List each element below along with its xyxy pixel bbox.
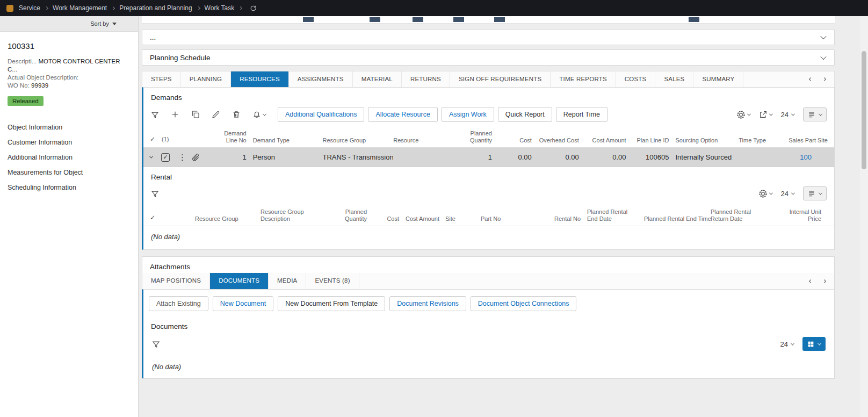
sidebar-item-measurements-for-object[interactable]: Measurements for Object (0, 165, 138, 180)
row-menu-kebab-icon[interactable]: ⋮ (178, 153, 183, 161)
allocate-resource-button[interactable]: Allocate Resource (368, 107, 437, 122)
vertical-scrollbar[interactable] (860, 16, 868, 417)
column-header-cost-amount[interactable]: Cost Amount (406, 215, 445, 222)
attach-existing-button[interactable]: Attach Existing (149, 296, 208, 311)
column-header-plan-line-id[interactable]: Plan Line ID (633, 137, 676, 144)
export-icon[interactable] (759, 110, 772, 119)
tab-sign-off-requirements[interactable]: SIGN OFF REQUIREMENTS (450, 71, 551, 87)
column-header-demand-line-no[interactable]: Demand Line No (220, 130, 253, 144)
tabs-scroll-right-icon[interactable] (822, 77, 826, 81)
tab-material[interactable]: MATERIAL (353, 71, 402, 87)
filter-icon[interactable] (152, 340, 160, 348)
planning-schedule-group-bar[interactable]: Planning Schedule (142, 49, 835, 66)
tab-planning[interactable]: PLANNING (181, 71, 231, 87)
sidebar-item-additional-information[interactable]: Additional Information (0, 150, 138, 165)
column-header-planned-quantity[interactable]: Planned Quantity (331, 208, 373, 222)
page-size-select[interactable]: 24 (780, 340, 794, 348)
column-header-cost[interactable]: Cost (373, 215, 406, 222)
tab-media[interactable]: MEDIA (269, 273, 306, 289)
tab-time-reports[interactable]: TIME REPORTS (551, 71, 616, 87)
quick-report-button[interactable]: Quick Report (498, 107, 552, 122)
column-header-part-no[interactable]: Part No (481, 215, 539, 222)
column-header-site[interactable]: Site (445, 215, 481, 222)
expand-row-icon[interactable] (149, 155, 153, 159)
settings-gear-icon[interactable] (736, 110, 750, 119)
column-header-planned-rental-end-date[interactable]: Planned Rental End Date (587, 208, 644, 222)
column-header-demand-type[interactable]: Demand Type (253, 137, 323, 144)
breadcrumb-preparation-and-planning[interactable]: Preparation and Planning (119, 4, 192, 12)
list-view-button[interactable] (803, 186, 827, 200)
tab-sales[interactable]: SALES (655, 71, 693, 87)
sidebar-item-customer-information[interactable]: Customer Information (0, 135, 138, 150)
column-header-sales-part-site[interactable]: Sales Part Site (788, 137, 834, 144)
clipped-field-stub (303, 17, 314, 22)
tab-returns[interactable]: RETURNS (402, 71, 450, 87)
tabs-scroll-right-icon[interactable] (822, 279, 826, 283)
new-document-from-template-button[interactable]: New Document From Template (278, 296, 385, 311)
clipped-form-row (142, 16, 835, 24)
column-header-resource[interactable]: Resource (393, 137, 449, 144)
list-view-button[interactable] (803, 107, 827, 121)
column-header-cost[interactable]: Cost (498, 137, 538, 144)
breadcrumb-service[interactable]: Service (19, 4, 40, 12)
sidebar-item-scheduling-information[interactable]: Scheduling Information (0, 180, 138, 195)
column-header-resource-group[interactable]: Resource Group (323, 137, 394, 144)
sidebar-item-object-information[interactable]: Object Information (0, 120, 138, 135)
column-header-cost-amount[interactable]: Cost Amount (585, 137, 633, 144)
column-header-resource-group[interactable]: Resource Group (195, 215, 261, 222)
table-row[interactable]: ✓ ⋮ 1 Person TRANS - Transmission 1 0.00… (143, 148, 834, 167)
tab-events[interactable]: EVENTS (8) (306, 273, 359, 289)
column-header-internal-unit-price[interactable]: Internal Unit Price (776, 208, 828, 222)
column-header-planned-rental-return-date[interactable]: Planned Rental Return Date (711, 208, 776, 222)
column-header-overhead-cost[interactable]: Overhead Cost (538, 137, 585, 144)
column-header-planned-rental-end-time[interactable]: Planned Rental End Time (644, 215, 711, 222)
settings-gear-icon[interactable] (758, 189, 772, 198)
attachment-paperclip-icon[interactable] (191, 153, 200, 162)
report-time-button[interactable]: Report Time (556, 107, 607, 122)
column-header-sourcing-option[interactable]: Sourcing Option (675, 137, 739, 144)
sales-part-site-link[interactable]: 100 (800, 153, 812, 161)
tab-documents[interactable]: DOCUMENTS (210, 273, 269, 289)
delete-icon[interactable] (232, 110, 241, 119)
collapsed-group-bar[interactable]: ... (142, 29, 835, 45)
column-header-resource-group-description[interactable]: Resource Group Description (261, 208, 331, 222)
duplicate-icon[interactable] (191, 110, 200, 119)
new-document-button[interactable]: New Document (213, 296, 273, 311)
select-all-check-icon[interactable]: ✓ (150, 214, 155, 221)
select-all-check-icon[interactable]: ✓ (150, 136, 155, 143)
edit-icon[interactable] (212, 110, 220, 119)
cell-planned-quantity: 1 (449, 153, 498, 161)
column-header-rental-no[interactable]: Rental No (539, 215, 587, 222)
column-header-time-type[interactable]: Time Type (739, 137, 788, 144)
assign-work-button[interactable]: Assign Work (442, 107, 494, 122)
main-content: ... Planning Schedule STEPS PLANNING RES… (142, 16, 835, 379)
column-header-planned-quantity[interactable]: Planned Quantity (449, 130, 498, 144)
caret-down-icon (791, 191, 795, 195)
page-size-select[interactable]: 24 (781, 111, 794, 119)
tabs-scroll-left-icon[interactable] (809, 279, 813, 283)
additional-qualifications-button[interactable]: Additional Qualifications (278, 107, 364, 122)
notifications-icon[interactable] (252, 110, 266, 119)
breadcrumb-work-management[interactable]: Work Management (53, 4, 107, 12)
document-revisions-button[interactable]: Document Revisions (389, 296, 466, 311)
breadcrumb-work-task[interactable]: Work Task (205, 4, 235, 12)
add-icon[interactable] (171, 110, 179, 119)
row-checkbox[interactable]: ✓ (161, 153, 170, 162)
tab-resources[interactable]: RESOURCES (231, 71, 289, 87)
sort-by-button[interactable]: Sort by (90, 20, 117, 27)
tab-summary[interactable]: SUMMARY (693, 71, 743, 87)
app-logo-icon[interactable] (6, 5, 13, 12)
document-object-connections-button[interactable]: Document Object Connections (471, 296, 577, 311)
grid-view-button[interactable] (802, 337, 826, 351)
tab-assignments[interactable]: ASSIGNMENTS (289, 71, 353, 87)
cell-sales-part-site: 100 (788, 153, 834, 161)
filter-icon[interactable] (151, 190, 159, 198)
tab-map-positions[interactable]: MAP POSITIONS (142, 273, 210, 289)
page-size-select[interactable]: 24 (781, 190, 794, 198)
tab-steps[interactable]: STEPS (142, 71, 181, 87)
refresh-icon[interactable] (250, 5, 257, 12)
tab-costs[interactable]: COSTS (616, 71, 656, 87)
scrollbar-thumb[interactable] (862, 51, 866, 169)
filter-icon[interactable] (151, 111, 159, 119)
tabs-scroll-left-icon[interactable] (809, 77, 813, 81)
